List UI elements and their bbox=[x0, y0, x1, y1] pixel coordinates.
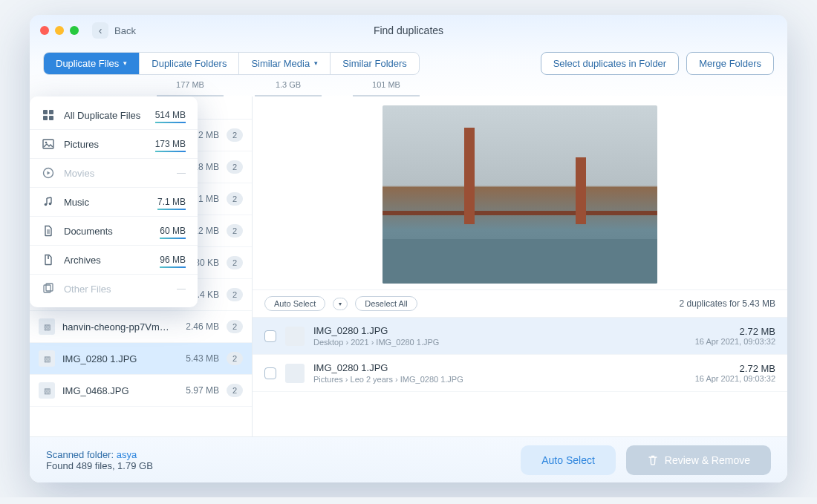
file-name: IMG_0280 1.JPG bbox=[62, 353, 170, 364]
tab-label: Similar Media bbox=[251, 58, 310, 69]
duplicate-list: IMG_0280 1.JPG Desktop › 2021 › IMG_0280… bbox=[253, 318, 787, 436]
duplicate-count-badge: 2 bbox=[227, 256, 243, 269]
view-tabs: Duplicate Files ▾ Duplicate Folders Simi… bbox=[43, 52, 420, 75]
duplicate-date: 16 Apr 2021, 09:03:32 bbox=[695, 374, 775, 383]
svg-point-7 bbox=[45, 203, 48, 206]
file-thumbnail-icon: ▧ bbox=[39, 318, 55, 335]
svg-point-5 bbox=[45, 142, 48, 144]
file-name: IMG_0468.JPG bbox=[62, 385, 170, 396]
category-label: Documents bbox=[64, 226, 113, 237]
archive-icon bbox=[42, 253, 55, 266]
svg-point-8 bbox=[49, 203, 52, 206]
chevron-down-icon: ▾ bbox=[123, 59, 127, 67]
music-icon bbox=[42, 195, 55, 209]
duplicate-count-badge: 2 bbox=[227, 352, 243, 365]
file-thumbnail-icon: ▧ bbox=[39, 350, 55, 367]
chevron-down-icon: ▾ bbox=[314, 59, 318, 67]
grid-icon bbox=[42, 108, 55, 122]
close-window-icon[interactable] bbox=[40, 26, 49, 35]
duplicate-count-badge: 2 bbox=[227, 288, 243, 301]
duplicate-size: 2.72 MB bbox=[695, 326, 775, 337]
duplicate-count-badge: 2 bbox=[227, 320, 243, 333]
category-dropdown: All Duplicate Files 514 MB Pictures 173 … bbox=[30, 96, 198, 307]
file-thumbnail-icon: ▧ bbox=[39, 382, 55, 399]
category-play: Movies — bbox=[30, 159, 198, 188]
select-checkbox[interactable] bbox=[264, 367, 276, 379]
duplicate-count-badge: 2 bbox=[227, 160, 243, 174]
duplicate-count-badge: 2 bbox=[227, 128, 243, 142]
category-archive[interactable]: Archives 96 MB bbox=[30, 246, 198, 275]
duplicate-path: Desktop › 2021 › IMG_0280 1.JPG bbox=[313, 338, 686, 347]
category-size: 96 MB bbox=[160, 255, 186, 265]
svg-rect-1 bbox=[49, 110, 53, 114]
window-title: Find duplicates bbox=[374, 24, 443, 36]
category-label: All Duplicate Files bbox=[64, 110, 140, 121]
category-size: 60 MB bbox=[160, 226, 186, 236]
file-size: 5.43 MB bbox=[178, 353, 219, 364]
duplicate-row[interactable]: IMG_0280 1.JPG Desktop › 2021 › IMG_0280… bbox=[253, 318, 787, 355]
merge-folders-button[interactable]: Merge Folders bbox=[686, 52, 774, 75]
duplicate-path: Pictures › Leo 2 years › IMG_0280 1.JPG bbox=[313, 375, 686, 384]
category-label: Movies bbox=[64, 168, 94, 179]
tab-duplicate-files[interactable]: Duplicate Files ▾ bbox=[44, 53, 140, 74]
deselect-all-button[interactable]: Deselect All bbox=[355, 296, 417, 311]
category-other: Other Files — bbox=[30, 275, 198, 303]
play-icon bbox=[42, 166, 55, 180]
duplicate-summary: 2 duplicates for 5.43 MB bbox=[680, 298, 775, 309]
category-size: — bbox=[177, 284, 186, 294]
category-picture[interactable]: Pictures 173 MB bbox=[30, 130, 198, 159]
scanned-label: Scanned folder: bbox=[46, 449, 114, 460]
select-duplicates-in-folder-button[interactable]: Select duplicates in Folder bbox=[541, 52, 679, 75]
minimize-window-icon[interactable] bbox=[55, 26, 64, 35]
file-size: 5.97 MB bbox=[178, 385, 219, 396]
duplicate-size: 2.72 MB bbox=[695, 363, 775, 374]
duplicate-name: IMG_0280 1.JPG bbox=[313, 362, 686, 373]
back-button[interactable]: ‹ Back bbox=[92, 22, 136, 39]
file-row[interactable]: ▧ hanvin-cheong-pp7Vm36-fm… 2.46 MB 2 bbox=[30, 311, 252, 343]
file-name: hanvin-cheong-pp7Vm36-fm… bbox=[62, 321, 170, 333]
select-checkbox[interactable] bbox=[264, 330, 276, 342]
svg-rect-3 bbox=[49, 116, 53, 120]
detail-panel: Auto Select ▾ Deselect All 2 duplicates … bbox=[253, 96, 787, 436]
footer: Scanned folder: asya Found 489 files, 1.… bbox=[30, 436, 787, 482]
category-label: Music bbox=[64, 197, 89, 208]
tab-similar-folders[interactable]: Similar Folders bbox=[331, 53, 419, 74]
preview-image bbox=[383, 105, 657, 284]
duplicate-count-badge: 2 bbox=[227, 224, 243, 238]
caret-down-icon: ▾ bbox=[339, 301, 342, 307]
category-size: 514 MB bbox=[155, 110, 186, 120]
review-remove-button[interactable]: Review & Remove bbox=[626, 445, 771, 475]
footer-auto-select-button[interactable]: Auto Select bbox=[521, 445, 616, 475]
app-window: ‹ Back Find duplicates Duplicate Files ▾… bbox=[30, 15, 787, 482]
scanned-folder-link[interactable]: asya bbox=[117, 449, 137, 460]
tab-size-bar: 177 MB 1.3 GB 101 MB bbox=[30, 80, 787, 96]
scan-info: Scanned folder: asya Found 489 files, 1.… bbox=[46, 449, 153, 471]
chevron-left-icon: ‹ bbox=[92, 22, 108, 39]
category-grid[interactable]: All Duplicate Files 514 MB bbox=[30, 101, 198, 130]
duplicate-toolbar: Auto Select ▾ Deselect All 2 duplicates … bbox=[253, 289, 787, 318]
duplicate-count-badge: 2 bbox=[227, 384, 243, 397]
auto-select-dropdown[interactable]: ▾ bbox=[333, 298, 348, 310]
tab-duplicate-folders[interactable]: Duplicate Folders bbox=[140, 53, 239, 74]
file-size: 2.46 MB bbox=[178, 321, 219, 332]
category-size: — bbox=[177, 168, 186, 178]
back-label: Back bbox=[114, 25, 136, 36]
other-icon bbox=[42, 282, 55, 295]
category-size: 173 MB bbox=[155, 139, 186, 149]
duplicate-row[interactable]: IMG_0280 1.JPG Pictures › Leo 2 years › … bbox=[253, 355, 787, 392]
tab-label: Duplicate Files bbox=[56, 58, 119, 69]
category-doc[interactable]: Documents 60 MB bbox=[30, 217, 198, 246]
auto-select-button[interactable]: Auto Select bbox=[264, 296, 325, 311]
file-row[interactable]: ▧ IMG_0280 1.JPG 5.43 MB 2 bbox=[30, 343, 252, 375]
toolbar: Duplicate Files ▾ Duplicate Folders Simi… bbox=[30, 46, 787, 80]
svg-rect-2 bbox=[43, 116, 48, 120]
size-indicator: 101 MB bbox=[372, 80, 400, 89]
category-music[interactable]: Music 7.1 MB bbox=[30, 188, 198, 217]
category-label: Other Files bbox=[64, 284, 111, 295]
titlebar: ‹ Back Find duplicates bbox=[30, 15, 787, 46]
tab-similar-media[interactable]: Similar Media ▾ bbox=[239, 53, 331, 74]
duplicate-date: 16 Apr 2021, 09:03:32 bbox=[695, 337, 775, 346]
maximize-window-icon[interactable] bbox=[70, 26, 79, 35]
button-label: Review & Remove bbox=[665, 454, 750, 466]
file-row[interactable]: ▧ IMG_0468.JPG 5.97 MB 2 bbox=[30, 375, 252, 407]
